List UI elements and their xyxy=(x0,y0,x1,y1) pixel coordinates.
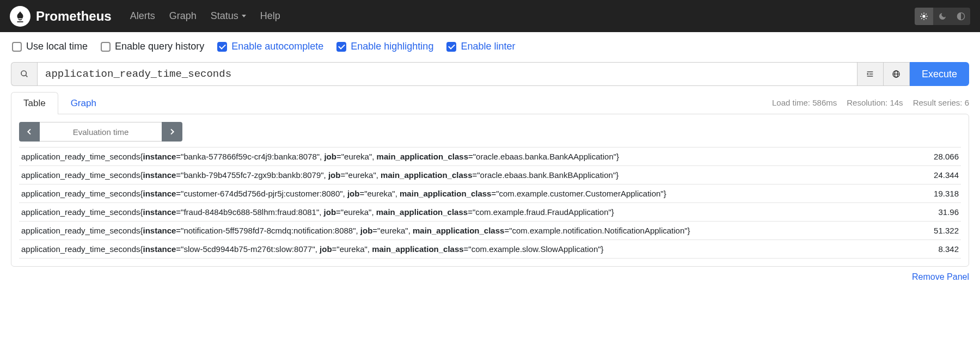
nav-graph[interactable]: Graph xyxy=(169,10,197,22)
eval-prev-button[interactable] xyxy=(19,122,40,142)
navbar-left: Prometheus Alerts Graph Status Help xyxy=(10,6,280,27)
query-options: Use local time Enable query history Enab… xyxy=(0,32,980,59)
highlighting-checkbox[interactable] xyxy=(336,42,346,52)
metric-cell: application_ready_time_seconds{instance=… xyxy=(19,166,922,185)
svg-point-2 xyxy=(21,71,26,76)
search-icon xyxy=(20,70,29,78)
table-row: application_ready_time_seconds{instance=… xyxy=(19,240,961,259)
metrics-explorer-button[interactable] xyxy=(884,62,910,86)
option-query-history[interactable]: Enable query history xyxy=(101,41,204,52)
table-row: application_ready_time_seconds{instance=… xyxy=(19,185,961,203)
metric-cell: application_ready_time_seconds{instance=… xyxy=(19,185,922,203)
prometheus-logo xyxy=(10,6,30,27)
value-cell: 28.066 xyxy=(922,148,961,166)
eval-next-button[interactable] xyxy=(162,122,182,142)
value-cell: 19.318 xyxy=(922,185,961,203)
autocomplete-label: Enable autocomplete xyxy=(231,41,323,52)
format-button[interactable] xyxy=(857,62,884,86)
option-autocomplete[interactable]: Enable autocomplete xyxy=(217,41,323,52)
moon-icon xyxy=(938,12,947,21)
flame-icon xyxy=(14,10,26,22)
table-row: application_ready_time_seconds{instance=… xyxy=(19,203,961,222)
execute-button[interactable]: Execute xyxy=(910,62,969,86)
stat-series: Result series: 6 xyxy=(913,98,969,107)
navbar: Prometheus Alerts Graph Status Help xyxy=(0,0,980,32)
search-icon-box xyxy=(11,62,37,86)
stat-load-time: Load time: 586ms xyxy=(772,98,837,107)
contrast-icon xyxy=(957,12,965,21)
theme-toggle xyxy=(915,8,970,25)
results-panel: application_ready_time_seconds{instance=… xyxy=(11,114,969,267)
local-time-checkbox[interactable] xyxy=(12,42,22,52)
value-cell: 31.96 xyxy=(922,203,961,222)
indent-icon xyxy=(866,70,874,78)
linter-label: Enable linter xyxy=(461,41,515,52)
tabs-row: Table Graph Load time: 586ms Resolution:… xyxy=(11,91,969,114)
option-linter[interactable]: Enable linter xyxy=(446,41,515,52)
svg-point-0 xyxy=(922,15,925,17)
query-stats: Load time: 586ms Resolution: 14s Result … xyxy=(772,98,969,107)
chevron-right-icon xyxy=(168,127,176,136)
query-row: Execute xyxy=(11,62,969,86)
option-highlighting[interactable]: Enable highlighting xyxy=(336,41,433,52)
theme-contrast-button[interactable] xyxy=(952,8,970,25)
theme-dark-button[interactable] xyxy=(933,8,952,25)
metric-cell: application_ready_time_seconds{instance=… xyxy=(19,148,922,166)
chevron-down-icon xyxy=(242,15,246,17)
metric-cell: application_ready_time_seconds{instance=… xyxy=(19,222,922,240)
linter-checkbox[interactable] xyxy=(446,42,456,52)
value-cell: 8.342 xyxy=(922,240,961,259)
sun-icon xyxy=(920,12,928,21)
remove-panel-link[interactable]: Remove Panel xyxy=(912,272,969,281)
eval-time-row xyxy=(19,122,961,142)
nav-links: Alerts Graph Status Help xyxy=(130,10,280,22)
option-local-time[interactable]: Use local time xyxy=(12,41,88,52)
metric-cell: application_ready_time_seconds{instance=… xyxy=(19,240,922,259)
eval-time-input[interactable] xyxy=(40,122,162,142)
table-row: application_ready_time_seconds{instance=… xyxy=(19,148,961,166)
tab-table[interactable]: Table xyxy=(11,92,58,114)
local-time-label: Use local time xyxy=(26,41,88,52)
stat-resolution: Resolution: 14s xyxy=(847,98,903,107)
nav-alerts[interactable]: Alerts xyxy=(130,10,155,22)
results-table: application_ready_time_seconds{instance=… xyxy=(19,147,961,259)
nav-status[interactable]: Status xyxy=(211,10,246,22)
query-history-label: Enable query history xyxy=(115,41,204,52)
nav-status-label: Status xyxy=(211,10,238,22)
value-cell: 51.322 xyxy=(922,222,961,240)
query-history-checkbox[interactable] xyxy=(101,42,111,52)
chevron-left-icon xyxy=(25,127,34,136)
brand-title: Prometheus xyxy=(36,9,112,24)
tabs: Table Graph xyxy=(11,91,109,114)
theme-light-button[interactable] xyxy=(915,8,933,25)
tab-graph[interactable]: Graph xyxy=(58,92,109,114)
metric-cell: application_ready_time_seconds{instance=… xyxy=(19,203,922,222)
value-cell: 24.344 xyxy=(922,166,961,185)
globe-icon xyxy=(892,70,901,78)
table-row: application_ready_time_seconds{instance=… xyxy=(19,222,961,240)
autocomplete-checkbox[interactable] xyxy=(217,42,227,52)
query-input[interactable] xyxy=(37,62,857,86)
svg-line-3 xyxy=(26,75,27,77)
highlighting-label: Enable highlighting xyxy=(351,41,433,52)
nav-help[interactable]: Help xyxy=(260,10,280,22)
table-row: application_ready_time_seconds{instance=… xyxy=(19,166,961,185)
remove-panel-row: Remove Panel xyxy=(11,272,969,282)
